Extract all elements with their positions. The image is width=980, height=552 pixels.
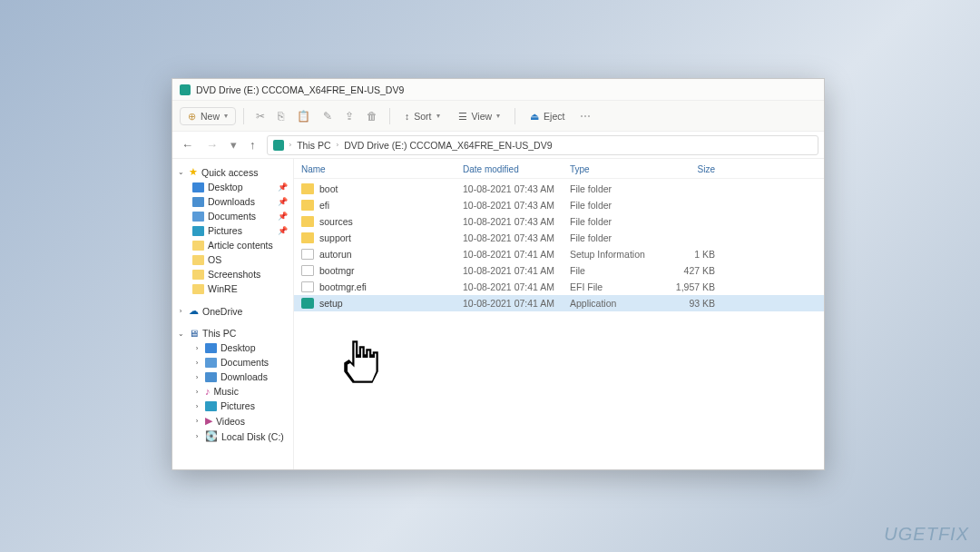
breadcrumb[interactable]: › This PC › DVD Drive (E:) CCCOMA_X64FRE… (267, 135, 819, 155)
chevron-down-icon: ▾ (436, 112, 440, 120)
copy-icon[interactable]: ⎘ (273, 107, 289, 125)
rename-icon[interactable]: ✎ (318, 107, 337, 125)
file-row-setup[interactable]: setup10-08-2021 07:41 AMApplication93 KB (294, 295, 824, 311)
file-name: bootmgr.efi (319, 281, 367, 292)
file-row-sources[interactable]: sources10-08-2021 07:43 AMFile folder (294, 213, 824, 230)
music-icon: ♪ (205, 386, 211, 397)
sidebar-item-music[interactable]: ›♪Music (172, 384, 293, 399)
sidebar-item-videos[interactable]: ›▶Videos (172, 413, 293, 429)
sidebar-item-documents2[interactable]: ›Documents (172, 355, 293, 370)
sidebar-item-desktop[interactable]: Desktop📌 (172, 180, 293, 194)
eject-button[interactable]: ⏏ Eject (523, 108, 572, 124)
file-size: 427 KB (661, 265, 715, 276)
chevron-right-icon: › (289, 141, 292, 149)
pin-icon: 📌 (278, 212, 288, 221)
file-row-boot[interactable]: boot10-08-2021 07:43 AMFile folder (294, 181, 824, 197)
new-button[interactable]: ⊕ New ▾ (180, 107, 236, 125)
sidebar-item-desktop2[interactable]: ›Desktop (172, 340, 293, 355)
sidebar-item-downloads[interactable]: Downloads📌 (172, 194, 293, 209)
downloads-icon (205, 372, 217, 382)
downloads-icon (192, 197, 204, 207)
file-name: bootmgr (319, 265, 355, 276)
sort-icon: ↕ (405, 111, 409, 122)
sidebar: ⌄★Quick access Desktop📌 Downloads📌 Docum… (172, 159, 294, 469)
sidebar-item-winre[interactable]: WinRE (172, 281, 293, 296)
back-button[interactable]: ← (178, 136, 197, 153)
col-size[interactable]: Size (661, 164, 715, 174)
file-date: 10-08-2021 07:41 AM (463, 249, 570, 260)
sidebar-item-pictures2[interactable]: ›Pictures (172, 399, 293, 413)
file-date: 10-08-2021 07:43 AM (463, 216, 570, 227)
separator (243, 108, 244, 124)
sidebar-item-localdisk[interactable]: ›💽Local Disk (C:) (172, 429, 293, 444)
breadcrumb-segment[interactable]: This PC (293, 140, 334, 151)
disc-icon (180, 84, 191, 95)
share-icon[interactable]: ⇪ (340, 107, 358, 125)
more-icon[interactable]: ⋯ (575, 107, 595, 125)
folder-icon (301, 232, 314, 243)
file-date: 10-08-2021 07:41 AM (463, 281, 570, 292)
chevron-down-icon: ▾ (496, 112, 500, 120)
file-size: 1,957 KB (661, 281, 715, 292)
sidebar-item-onedrive[interactable]: ›☁OneDrive (172, 303, 293, 319)
history-dropdown[interactable]: ▾ (227, 136, 240, 153)
view-button[interactable]: ☰ View ▾ (451, 108, 508, 124)
desktop-icon (205, 343, 217, 353)
pin-icon: 📌 (278, 226, 288, 235)
file-name: autorun (319, 249, 352, 260)
paste-icon[interactable]: 📋 (292, 107, 315, 125)
file-list: boot10-08-2021 07:43 AMFile folderefi10-… (294, 179, 824, 313)
pictures-icon (205, 401, 217, 411)
pin-icon: 📌 (278, 182, 288, 192)
file-date: 10-08-2021 07:41 AM (463, 265, 570, 276)
delete-icon[interactable]: 🗑 (362, 107, 382, 125)
folder-icon (192, 241, 204, 251)
sidebar-item-article[interactable]: Article contents (172, 238, 293, 252)
titlebar[interactable]: DVD Drive (E:) CCCOMA_X64FRE_EN-US_DV9 (172, 79, 824, 101)
file-type: File folder (570, 200, 661, 211)
sidebar-item-pictures[interactable]: Pictures📌 (172, 223, 293, 238)
sidebar-item-thispc[interactable]: ⌄🖥This PC (172, 326, 293, 340)
file-type: File (570, 265, 661, 276)
file-icon (301, 249, 314, 260)
file-size: 1 KB (661, 249, 715, 260)
sidebar-item-quick-access[interactable]: ⌄★Quick access (172, 164, 293, 180)
sort-button[interactable]: ↕ Sort ▾ (397, 108, 447, 124)
pin-icon: 📌 (278, 197, 288, 206)
file-row-bootmgr[interactable]: bootmgr10-08-2021 07:41 AMFile427 KB (294, 262, 824, 279)
folder-icon (301, 200, 314, 211)
file-name: setup (319, 298, 343, 309)
col-type[interactable]: Type (570, 164, 661, 174)
file-type: File folder (570, 183, 661, 194)
sidebar-item-downloads2[interactable]: ›Downloads (172, 370, 293, 384)
col-name[interactable]: Name (301, 164, 463, 174)
file-size: 93 KB (661, 298, 715, 309)
toolbar: ⊕ New ▾ ✂ ⎘ 📋 ✎ ⇪ 🗑 ↕ Sort ▾ ☰ View ▾ ⏏ … (172, 101, 824, 132)
nav-buttons: ← → ▾ ↑ (178, 136, 260, 153)
sidebar-item-os[interactable]: OS (172, 252, 293, 267)
sidebar-item-documents[interactable]: Documents📌 (172, 209, 293, 223)
desktop-icon (192, 182, 204, 192)
up-button[interactable]: ↑ (246, 136, 260, 153)
folder-icon (192, 270, 204, 280)
file-row-efi[interactable]: efi10-08-2021 07:43 AMFile folder (294, 197, 824, 213)
file-row-support[interactable]: support10-08-2021 07:43 AMFile folder (294, 230, 824, 246)
watermark: UGETFIX (884, 524, 969, 545)
forward-button[interactable]: → (202, 136, 221, 153)
main-area: ⌄★Quick access Desktop📌 Downloads📌 Docum… (172, 159, 824, 469)
file-type: File folder (570, 232, 661, 243)
col-date[interactable]: Date modified (463, 164, 570, 174)
cloud-icon: ☁ (189, 305, 199, 317)
file-row-bootmgr.efi[interactable]: bootmgr.efi10-08-2021 07:41 AMEFI File1,… (294, 279, 824, 295)
pc-icon: 🖥 (189, 328, 199, 339)
cut-icon[interactable]: ✂ (251, 107, 270, 125)
file-type: EFI File (570, 281, 661, 292)
explorer-window: DVD Drive (E:) CCCOMA_X64FRE_EN-US_DV9 ⊕… (172, 78, 825, 470)
file-type: File folder (570, 216, 661, 227)
breadcrumb-segment[interactable]: DVD Drive (E:) CCCOMA_X64FRE_EN-US_DV9 (340, 140, 555, 151)
sidebar-item-screenshots[interactable]: Screenshots (172, 267, 293, 281)
column-headers[interactable]: Name Date modified Type Size (294, 159, 824, 179)
content-pane: Name Date modified Type Size boot10-08-2… (294, 159, 824, 469)
pictures-icon (192, 226, 204, 236)
file-row-autorun[interactable]: autorun10-08-2021 07:41 AMSetup Informat… (294, 246, 824, 262)
